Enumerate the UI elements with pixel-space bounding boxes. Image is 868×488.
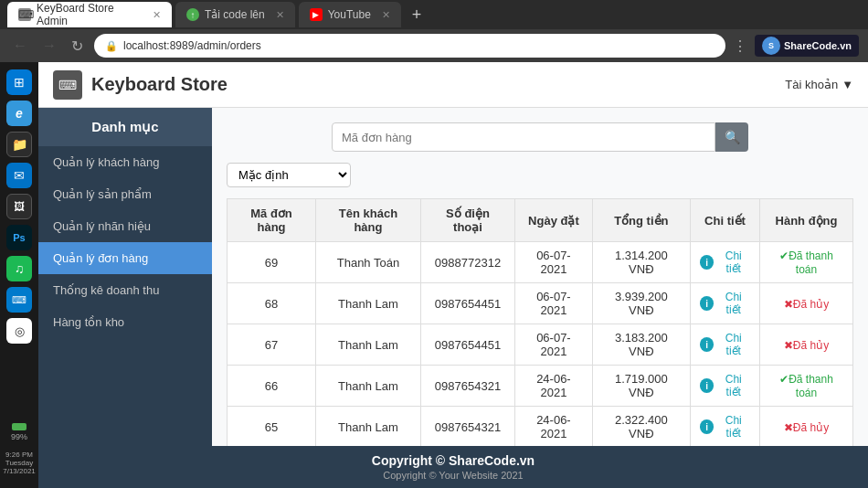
table-header: Mã đơn hàng Tên khách hàng Số điện thoại… (228, 199, 853, 242)
detail-button-66[interactable]: iChi tiết (700, 373, 750, 398)
browser-nav: ← → ↻ 🔒 localhost:8989/admin/orders ⋮ S … (0, 29, 868, 62)
sidebar-item-inventory[interactable]: Hàng tồn kho (38, 306, 212, 338)
tab-youtube[interactable]: ▶ YouTube ✕ (299, 2, 401, 27)
tab-label-youtube: YouTube (328, 8, 371, 21)
col-header-detail: Chi tiết (690, 199, 759, 242)
clock-day: Tuesday (3, 459, 36, 467)
status-badge-68: ✖Đã hủy (784, 298, 829, 311)
footer-main-text: Copyright © ShareCode.vn (46, 453, 861, 468)
status-badge-65: ✖Đã hủy (784, 421, 829, 434)
table-row: 65 Thanh Lam 0987654321 24-06-2021 2.322… (228, 407, 853, 447)
spotify-icon[interactable]: ♫ (6, 256, 32, 281)
account-label: Tài khoản (785, 78, 838, 91)
table-row: 66 Thanh Lam 0987654321 24-06-2021 1.719… (228, 366, 853, 407)
detail-button-65[interactable]: iChi tiết (700, 414, 750, 440)
sidebar-item-orders[interactable]: Quản lý đơn hàng (38, 242, 212, 274)
content-area: Danh mục Quản lý khách hàng Quản lý sản … (38, 108, 868, 446)
edge-icon[interactable]: e (6, 101, 32, 126)
app-logo-icon: ⌨ (53, 70, 82, 100)
table-header-row: Mã đơn hàng Tên khách hàng Số điện thoại… (228, 199, 853, 242)
sidebar-item-customers[interactable]: Quản lý khách hàng (38, 146, 212, 178)
cell-customer-68: Thanh Lam (316, 283, 421, 324)
tab-close-2[interactable]: ✕ (276, 9, 284, 21)
cell-phone-68: 0987654451 (420, 283, 514, 324)
photoshop-icon[interactable]: Ps (6, 225, 32, 250)
sidebar-label-products: Quản lý sản phẩm (53, 187, 152, 201)
cell-total-68: 3.939.200 VNĐ (592, 283, 690, 324)
cell-action-67: ✖Đã hủy (760, 324, 853, 366)
app-header: ⌨ Keyboard Store Tài khoản ▼ (38, 62, 868, 108)
sidebar-item-stats[interactable]: Thống kê doanh thu (38, 274, 212, 306)
sidebar-item-brands[interactable]: Quản lý nhãn hiệu (38, 210, 212, 242)
cell-detail-66: iChi tiết (690, 366, 759, 407)
filter-select[interactable]: Mặc định Đã thanh toán Đã hủy Chờ xử lý (227, 163, 351, 187)
cell-phone-67: 0987654451 (420, 324, 514, 366)
browser-tabs: ⌨ KeyBoard Store Admin ✕ ↑ Tải code lên … (0, 0, 868, 29)
cell-customer-65: Thanh Lam (316, 407, 421, 447)
account-menu[interactable]: Tài khoản ▼ (785, 78, 853, 91)
cell-id-65: 65 (228, 407, 316, 447)
col-header-total: Tổng tiền (592, 199, 690, 242)
footer-sub-text: Copyright © Your Website 2021 (46, 470, 861, 481)
sharecode-logo: S ShareCode.vn (755, 35, 859, 57)
new-tab-button[interactable]: + (405, 5, 429, 25)
status-badge-67: ✖Đã hủy (784, 339, 829, 352)
mail-icon[interactable]: ✉ (6, 163, 32, 188)
sidebar-label-customers: Quản lý khách hàng (53, 155, 159, 169)
address-text: localhost:8989/admin/orders (123, 39, 261, 52)
cell-detail-68: iChi tiết (690, 283, 759, 324)
detail-button-67[interactable]: iChi tiết (700, 332, 750, 357)
cell-date-69: 06-07-2021 (515, 242, 593, 283)
browser-menu-dots[interactable]: ⋮ (733, 37, 747, 55)
tab-close-3[interactable]: ✕ (382, 9, 390, 21)
search-button[interactable]: 🔍 (715, 122, 748, 152)
orders-table: Mã đơn hàng Tên khách hàng Số điện thoại… (227, 198, 853, 446)
taskbar-clock: 9:26 PM Tuesday 7/13/2021 (3, 451, 36, 481)
col-header-date: Ngày đặt (515, 199, 593, 242)
sidebar: Danh mục Quản lý khách hàng Quản lý sản … (38, 108, 212, 446)
cell-phone-65: 0987654321 (420, 407, 514, 447)
browser-chrome: ⌨ KeyBoard Store Admin ✕ ↑ Tải code lên … (0, 0, 868, 62)
detail-icon-65: i (700, 419, 715, 434)
photos-icon[interactable]: 🖼 (6, 194, 32, 219)
cell-phone-66: 0987654321 (420, 366, 514, 407)
sidebar-label-stats: Thống kê doanh thu (53, 283, 159, 297)
back-button[interactable]: ← (9, 36, 31, 56)
cell-action-68: ✖Đã hủy (760, 283, 853, 324)
chrome-icon[interactable]: ◎ (6, 318, 32, 344)
windows-start-icon[interactable]: ⊞ (6, 69, 32, 95)
taskbar-battery: 99% (11, 423, 27, 445)
table-row: 68 Thanh Lam 0987654451 06-07-2021 3.939… (228, 283, 853, 324)
col-header-customer: Tên khách hàng (316, 199, 421, 242)
files-icon[interactable]: 📁 (6, 132, 32, 157)
search-input[interactable] (332, 122, 715, 152)
tab-close-1[interactable]: ✕ (153, 9, 161, 21)
sidebar-label-inventory: Hàng tồn kho (53, 315, 124, 329)
vscode-icon[interactable]: ⌨ (6, 287, 32, 313)
tab-keyboard-store-admin[interactable]: ⌨ KeyBoard Store Admin ✕ (7, 2, 172, 27)
cell-date-67: 06-07-2021 (515, 324, 593, 366)
cell-total-69: 1.314.200 VNĐ (592, 242, 690, 283)
cell-id-67: 67 (228, 324, 316, 366)
search-bar: 🔍 (227, 122, 853, 152)
detail-icon-67: i (700, 337, 715, 352)
address-bar[interactable]: 🔒 localhost:8989/admin/orders (94, 34, 725, 58)
reload-button[interactable]: ↻ (68, 36, 87, 57)
sidebar-label-orders: Quản lý đơn hàng (53, 251, 148, 265)
detail-button-68[interactable]: iChi tiết (700, 291, 750, 316)
detail-button-69[interactable]: iChi tiết (700, 249, 750, 275)
cell-total-67: 3.183.200 VNĐ (592, 324, 690, 366)
cell-id-66: 66 (228, 366, 316, 407)
cell-customer-67: Thanh Lam (316, 324, 421, 366)
cell-date-66: 24-06-2021 (515, 366, 593, 407)
tab-upload[interactable]: ↑ Tải code lên ✕ (175, 2, 295, 27)
cell-total-65: 2.322.400 VNĐ (592, 407, 690, 447)
cell-id-69: 69 (228, 242, 316, 283)
app-main: ⌨ Keyboard Store Tài khoản ▼ Danh mục Qu… (38, 62, 868, 488)
sidebar-item-products[interactable]: Quản lý sản phẩm (38, 178, 212, 210)
battery-text: 99% (11, 432, 27, 441)
col-header-phone: Số điện thoại (420, 199, 514, 242)
sharecode-logo-icon: S (762, 37, 780, 55)
forward-button[interactable]: → (38, 36, 60, 56)
battery-icon (12, 423, 26, 430)
